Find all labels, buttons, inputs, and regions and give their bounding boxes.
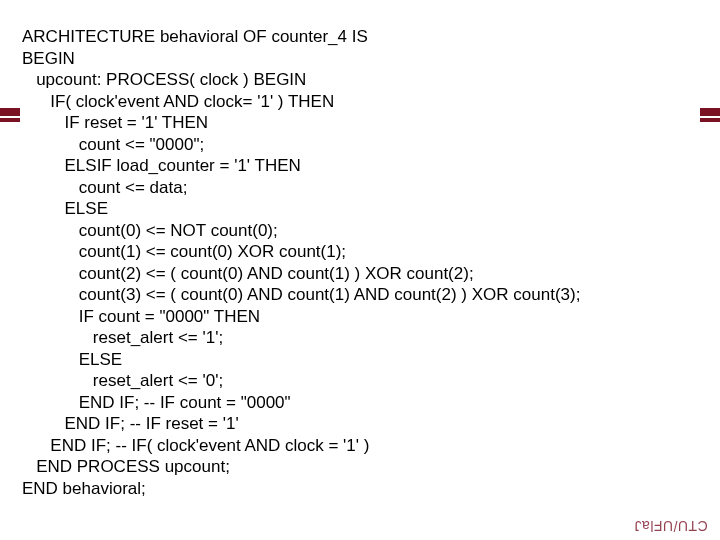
footer-watermark: CTU/UFlaJ	[634, 518, 708, 534]
code-line: END IF; -- IF( clock'event AND clock = '…	[22, 436, 369, 455]
code-line: ELSE	[22, 199, 108, 218]
vhdl-code-listing: ARCHITECTURE behavioral OF counter_4 IS …	[22, 26, 580, 499]
right-accent-stripes	[700, 108, 720, 122]
code-line: count(2) <= ( count(0) AND count(1) ) XO…	[22, 264, 474, 283]
code-line: IF( clock'event AND clock= '1' ) THEN	[22, 92, 334, 111]
code-line: ARCHITECTURE behavioral OF counter_4 IS	[22, 27, 368, 46]
code-line: END PROCESS upcount;	[22, 457, 230, 476]
stripe	[700, 118, 720, 122]
stripe	[0, 118, 20, 122]
code-line: reset_alert <= '0';	[22, 371, 223, 390]
code-line: ELSE	[22, 350, 122, 369]
code-line: BEGIN	[22, 49, 75, 68]
code-line: reset_alert <= '1';	[22, 328, 223, 347]
code-line: ELSIF load_counter = '1' THEN	[22, 156, 301, 175]
code-line: END IF; -- IF reset = '1'	[22, 414, 239, 433]
code-line: upcount: PROCESS( clock ) BEGIN	[22, 70, 306, 89]
stripe	[0, 108, 20, 116]
code-line: END IF; -- IF count = "0000"	[22, 393, 291, 412]
code-line: count(0) <= NOT count(0);	[22, 221, 278, 240]
code-line: count(3) <= ( count(0) AND count(1) AND …	[22, 285, 580, 304]
code-line: IF count = "0000" THEN	[22, 307, 260, 326]
left-accent-stripes	[0, 108, 20, 122]
code-line: IF reset = '1' THEN	[22, 113, 208, 132]
code-line: count <= data;	[22, 178, 187, 197]
code-line: count <= "0000";	[22, 135, 204, 154]
code-line: count(1) <= count(0) XOR count(1);	[22, 242, 346, 261]
code-line: END behavioral;	[22, 479, 146, 498]
stripe	[700, 108, 720, 116]
